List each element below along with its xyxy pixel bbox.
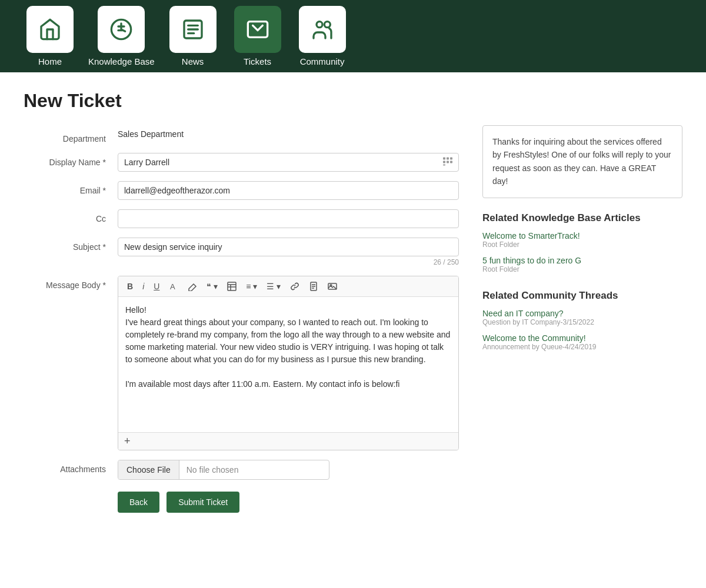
knowledge-base-icon	[109, 18, 133, 41]
page-title: New Ticket	[24, 90, 465, 112]
sidebar: Thanks for inquiring about the services …	[482, 90, 682, 358]
file-name-label: No file chosen	[179, 460, 329, 479]
kb-article-0: Welcome to SmarterTrack! Root Folder	[482, 231, 682, 249]
info-text: Thanks for inquiring about the services …	[492, 137, 671, 186]
home-icon	[38, 18, 62, 41]
editor-wrapper: B i U A ❝ ▾	[118, 276, 459, 450]
svg-rect-10	[443, 161, 445, 163]
community-thread-title-0[interactable]: Need an IT company?	[482, 309, 682, 318]
display-name-row: Display Name *	[24, 153, 465, 172]
svg-rect-11	[447, 161, 449, 163]
message-body-field: B i U A ❝ ▾	[118, 276, 459, 450]
eraser-icon	[188, 282, 197, 291]
eraser-button[interactable]	[185, 280, 200, 293]
department-value: Sales Department	[118, 125, 184, 139]
info-box: Thanks for inquiring about the services …	[482, 125, 682, 198]
svg-rect-13	[443, 165, 445, 166]
display-name-input[interactable]	[118, 153, 459, 172]
font-color-button[interactable]: A	[166, 280, 181, 293]
community-thread-0: Need an IT company? Question by IT Compa…	[482, 309, 682, 326]
table-icon	[227, 282, 237, 291]
kb-section-title: Related Knowledge Base Articles	[482, 212, 682, 224]
subject-field: 26 / 250	[118, 238, 459, 266]
bold-button[interactable]: B	[124, 280, 136, 293]
email-input[interactable]	[118, 181, 459, 200]
font-color-icon: A	[169, 282, 178, 291]
nav-item-knowledge-base[interactable]: Knowledge Base	[88, 6, 155, 66]
email-label: Email *	[24, 181, 118, 195]
main-content: New Ticket Department Sales Department D…	[0, 72, 706, 530]
department-field: Sales Department	[118, 129, 459, 139]
attachments-row: Attachments Choose File No file chosen	[24, 460, 465, 480]
document-icon	[309, 282, 318, 291]
svg-point-5	[317, 22, 322, 28]
cc-field	[118, 209, 459, 228]
community-thread-1: Welcome to the Community! Announcement b…	[482, 333, 682, 351]
cc-row: Cc	[24, 209, 465, 228]
table-button[interactable]	[224, 280, 239, 293]
link-button[interactable]	[287, 280, 302, 293]
nav-item-home[interactable]: Home	[24, 6, 76, 66]
news-icon	[181, 18, 205, 41]
nav-item-news[interactable]: News	[166, 6, 219, 66]
community-section-title: Related Community Threads	[482, 290, 682, 302]
ordered-list-button[interactable]: ≡ ▾	[243, 280, 260, 293]
nav-item-tickets[interactable]: Tickets	[231, 6, 284, 66]
tickets-icon-box	[234, 6, 281, 53]
knowledge-base-icon-box	[98, 6, 145, 53]
kb-article-folder-0: Root Folder	[482, 240, 682, 249]
email-row: Email *	[24, 181, 465, 200]
kb-article-title-0[interactable]: Welcome to SmarterTrack!	[482, 231, 682, 240]
cc-label: Cc	[24, 209, 118, 223]
image-button[interactable]	[325, 280, 340, 293]
kb-article-1: 5 fun things to do in zero G Root Folder	[482, 256, 682, 273]
display-name-label: Display Name *	[24, 153, 118, 167]
home-icon-box	[26, 6, 74, 53]
attachments-field: Choose File No file chosen	[118, 460, 459, 480]
svg-point-6	[324, 22, 330, 28]
choose-file-button[interactable]: Choose File	[118, 460, 179, 479]
nav-label-knowledge-base: Knowledge Base	[88, 56, 155, 66]
underline-button[interactable]: U	[151, 280, 162, 293]
svg-rect-8	[447, 158, 449, 160]
message-body-text: Hello!I've heard great things about your…	[125, 304, 451, 390]
display-name-field	[118, 153, 459, 172]
attachments-label: Attachments	[24, 460, 118, 474]
subject-input[interactable]	[118, 238, 459, 256]
department-label: Department	[24, 129, 118, 143]
kb-articles-list: Welcome to SmarterTrack! Root Folder 5 f…	[482, 231, 682, 273]
document-button[interactable]	[306, 280, 321, 293]
kb-article-title-1[interactable]: 5 fun things to do in zero G	[482, 256, 682, 265]
tickets-icon	[246, 18, 269, 41]
form-section: New Ticket Department Sales Department D…	[24, 90, 465, 513]
nav-bar: Home Knowledge Base News	[0, 0, 706, 72]
image-icon	[328, 282, 337, 291]
plus-button[interactable]: +	[124, 435, 131, 447]
svg-rect-12	[450, 161, 452, 163]
toolbar-plus-row: +	[118, 432, 458, 450]
department-row: Department Sales Department	[24, 129, 465, 143]
submit-ticket-button[interactable]: Submit Ticket	[166, 492, 239, 513]
italic-button[interactable]: i	[139, 280, 147, 293]
nav-label-community: Community	[300, 56, 345, 66]
message-body-editor[interactable]: Hello!I've heard great things about your…	[118, 297, 458, 432]
display-name-icon[interactable]	[442, 157, 454, 168]
display-name-wrapper	[118, 153, 459, 172]
cc-input[interactable]	[118, 209, 459, 228]
email-field	[118, 181, 459, 200]
svg-rect-15	[228, 282, 236, 290]
quote-button[interactable]: ❝ ▾	[204, 280, 221, 293]
subject-row: Subject * 26 / 250	[24, 238, 465, 266]
back-button[interactable]: Back	[118, 492, 159, 513]
news-icon-box	[169, 6, 217, 53]
editor-toolbar: B i U A ❝ ▾	[118, 276, 458, 297]
nav-item-community[interactable]: Community	[296, 6, 349, 66]
kb-article-folder-1: Root Folder	[482, 265, 682, 273]
message-body-row: Message Body * B i U A ❝ ▾	[24, 276, 465, 450]
svg-rect-9	[450, 158, 452, 160]
svg-rect-7	[443, 158, 445, 160]
unordered-list-button[interactable]: ☰ ▾	[264, 280, 284, 293]
community-thread-title-1[interactable]: Welcome to the Community!	[482, 333, 682, 343]
link-icon	[290, 282, 299, 291]
community-icon	[311, 18, 334, 41]
